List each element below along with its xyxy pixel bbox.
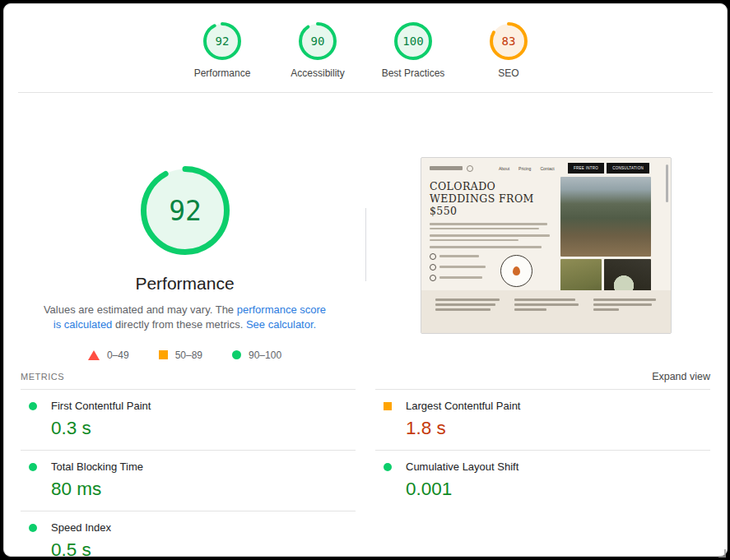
expand-view-toggle[interactable]: Expand view [652, 371, 710, 382]
score-legend: 0–4950–8990–100 [88, 349, 281, 361]
metric-total-blocking-time: Total Blocking Time80 ms [21, 450, 356, 511]
score-number: 83 [502, 35, 516, 48]
legend-range-label: 90–100 [249, 349, 281, 361]
category-score-performance[interactable]: 92Performance [187, 22, 258, 79]
thumb-nav-pricing: Pricing [518, 166, 531, 171]
thumb-testimonial-skeleton [514, 299, 579, 333]
metric-name: First Contentful Paint [51, 400, 151, 412]
lighthouse-report-card: 92Performance90Accessibility100Best Prac… [3, 3, 728, 557]
metric-first-contentful-paint: First Contentful Paint0.3 s [21, 389, 356, 450]
category-score-accessibility[interactable]: 90Accessibility [282, 22, 353, 79]
metric-value: 0.3 s [51, 418, 356, 439]
score-gauge-ring: 90 [299, 22, 337, 60]
category-score-strip: 92Performance90Accessibility100Best Prac… [4, 4, 727, 79]
thumb-paragraph-skeleton [430, 246, 554, 248]
performance-score-gauge: 92 [141, 166, 230, 258]
thumb-bullet-icon [430, 253, 436, 260]
legend-item-square: 50–89 [159, 349, 202, 361]
metrics-grid: First Contentful Paint0.3 sTotal Blockin… [4, 389, 727, 557]
thumb-nav-contact: Contact [540, 166, 554, 171]
metric-name: Speed Index [51, 521, 111, 534]
legend-item-circle: 90–100 [232, 349, 281, 361]
metric-name: Cumulative Layout Shift [406, 460, 518, 473]
thumb-feature-items [430, 253, 486, 287]
legend-item-triangle: 0–49 [88, 349, 129, 361]
thumb-award-badge [500, 255, 532, 287]
category-score-seo[interactable]: 83SEO [473, 22, 544, 79]
description-text: directly from these metrics. [112, 318, 246, 331]
legend-range-label: 50–89 [175, 349, 202, 361]
thumb-site-header: AboutPricingContact FREE INTROCONSULTATI… [421, 158, 671, 175]
score-number: 100 [402, 35, 423, 48]
thumb-bullet-icon [430, 264, 436, 271]
thumb-feature-item [430, 253, 486, 260]
metrics-column-left: First Contentful Paint0.3 sTotal Blockin… [21, 389, 356, 557]
metric-name: Largest Contentful Paint [406, 400, 520, 412]
thumb-hero-heading: COLORADO WEDDINGS FROM $550 [430, 180, 554, 217]
metric-label-row: Speed Index [21, 521, 356, 534]
metric-value: 0.001 [406, 479, 710, 500]
thumb-bullet-icon [430, 275, 436, 281]
metric-label-row: Largest Contentful Paint [375, 400, 710, 412]
metric-status-circle-icon [29, 402, 37, 410]
metric-name: Total Blocking Time [51, 460, 143, 473]
category-label: Performance [194, 67, 251, 79]
legend-square-icon [159, 350, 168, 359]
thumb-testimonial-skeleton [435, 299, 500, 333]
thumb-header-button-consultation: CONSULTATION [607, 163, 649, 174]
metric-label-row: Total Blocking Time [21, 460, 356, 473]
thumb-paragraph-skeleton [430, 223, 554, 229]
score-gauge-ring: 83 [490, 22, 528, 60]
legend-circle-icon [232, 350, 241, 359]
metric-status-circle-icon [384, 463, 392, 471]
thumb-logo-mark-icon [467, 165, 473, 172]
thumb-wedding-ceremony-photo [560, 177, 651, 257]
description-text: Values are estimated and may vary. The [44, 303, 237, 316]
thumb-site-nav: AboutPricingContact [499, 166, 555, 171]
metrics-column-right: Largest Contentful Paint1.8 sCumulative … [375, 389, 710, 557]
metric-status-circle-icon [29, 524, 37, 532]
metrics-header-row: METRICS Expand view [4, 368, 727, 389]
thumb-feature-item [430, 275, 486, 281]
vertical-divider [365, 208, 366, 281]
category-score-best-practices[interactable]: 100Best Practices [378, 22, 449, 79]
thumb-testimonials-strip [421, 290, 671, 333]
thumb-testimonial-skeleton [593, 299, 658, 333]
cursor-artifact [718, 549, 726, 558]
metric-value: 1.8 s [406, 418, 710, 439]
performance-title: Performance [135, 274, 234, 294]
legend-triangle-icon [88, 350, 100, 360]
page-screenshot-thumbnail[interactable]: AboutPricingContact FREE INTROCONSULTATI… [421, 157, 672, 334]
thumb-badge-flame-icon [513, 266, 520, 275]
thumb-scrollbar [666, 164, 668, 202]
thumb-paragraph-skeleton [430, 234, 554, 241]
thumb-header-button-free-intro: FREE INTRO [568, 163, 604, 174]
thumb-feature-item [430, 264, 486, 271]
metric-status-circle-icon [29, 463, 37, 471]
performance-score-block: 92 Performance Values are estimated and … [4, 93, 365, 368]
metric-value: 80 ms [51, 479, 356, 500]
metrics-heading: METRICS [21, 372, 64, 382]
score-number: 92 [216, 35, 230, 48]
thumb-header-buttons: FREE INTROCONSULTATION [568, 163, 649, 174]
category-label: SEO [498, 67, 518, 79]
score-number: 92 [169, 195, 202, 227]
metric-cumulative-layout-shift: Cumulative Layout Shift0.001 [375, 450, 710, 511]
metric-label-row: First Contentful Paint [21, 400, 356, 412]
screenshot-block: AboutPricingContact FREE INTROCONSULTATI… [365, 93, 727, 368]
category-label: Accessibility [291, 67, 344, 79]
performance-summary-section: 92 Performance Values are estimated and … [4, 93, 727, 368]
performance-description: Values are estimated and may vary. The p… [42, 303, 328, 333]
category-label: Best Practices [382, 67, 445, 79]
score-gauge-ring: 92 [203, 22, 241, 60]
metric-label-row: Cumulative Layout Shift [375, 460, 710, 473]
metric-largest-contentful-paint: Largest Contentful Paint1.8 s [375, 389, 710, 450]
see-calculator-link[interactable]: See calculator. [246, 318, 316, 331]
thumb-site-logo [430, 166, 463, 170]
score-number: 90 [311, 35, 325, 48]
score-gauge-ring: 92 [141, 166, 230, 255]
thumb-nav-about: About [499, 166, 509, 171]
metric-value: 0.5 s [51, 539, 356, 557]
thumb-feature-list [430, 253, 554, 287]
legend-range-label: 0–49 [107, 349, 129, 361]
